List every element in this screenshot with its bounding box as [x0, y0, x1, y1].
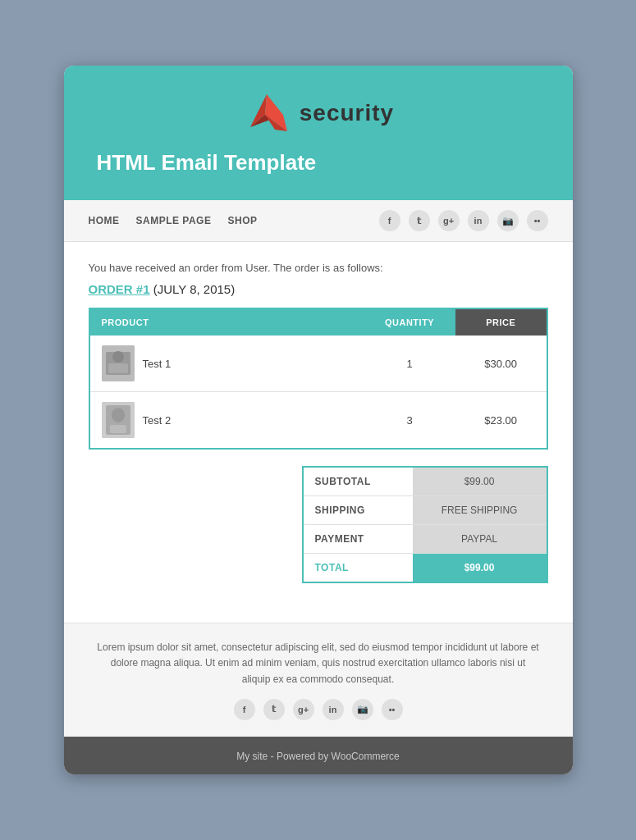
totals-section: SUBTOTAL $99.00 SHIPPING FREE SHIPPING P… [89, 466, 548, 583]
email-container: security HTML Email Template HOME SAMPLE… [64, 66, 573, 774]
logo-area: security [97, 90, 540, 135]
nav-bar: HOME SAMPLE PAGE SHOP f 𝕥 g+ in 📷 •• [64, 200, 573, 242]
footer-instagram-icon[interactable]: 📷 [352, 699, 373, 720]
email-content: You have received an order from User. Th… [64, 242, 573, 623]
footer-linkedin-icon[interactable]: in [323, 699, 344, 720]
subtotal-value: $99.00 [413, 467, 547, 496]
nav-twitter-icon[interactable]: 𝕥 [409, 210, 430, 231]
totals-row-payment: PAYMENT PAYPAL [303, 525, 547, 554]
shipping-value: FREE SHIPPING [413, 496, 547, 525]
total-label: TOTAL [303, 554, 413, 583]
footer-social-icons: f 𝕥 g+ in 📷 •• [97, 699, 540, 720]
svg-point-7 [112, 351, 124, 363]
svg-rect-8 [108, 363, 128, 373]
footer-lorem: Lorem ipsum dolor sit amet, consectetur … [97, 640, 540, 687]
order-link[interactable]: ORDER #1 [89, 282, 150, 296]
product-1-thumb [102, 345, 135, 381]
order-title: ORDER #1 (JULY 8, 2015) [89, 282, 548, 296]
totals-row-subtotal: SUBTOTAL $99.00 [303, 467, 547, 496]
order-date: (JULY 8, 2015) [150, 282, 236, 296]
payment-value: PAYPAL [413, 525, 547, 554]
nav-googleplus-icon[interactable]: g+ [438, 210, 460, 231]
th-product: PRODUCT [89, 308, 364, 336]
bottom-bar-text: My site - Powered by WooCommerce [236, 751, 400, 762]
footer-section: Lorem ipsum dolor sit amet, consectetur … [64, 623, 573, 737]
products-table: PRODUCT QUANTITY PRICE [89, 308, 548, 450]
nav-social-icons: f 𝕥 g+ in 📷 •• [379, 210, 548, 231]
payment-label: PAYMENT [303, 525, 413, 554]
totals-row-shipping: SHIPPING FREE SHIPPING [303, 496, 547, 525]
nav-flickr-icon[interactable]: •• [527, 210, 548, 231]
svg-rect-12 [110, 425, 126, 433]
email-header: security HTML Email Template [64, 66, 573, 200]
footer-twitter-icon[interactable]: 𝕥 [263, 699, 285, 720]
total-value: $99.00 [413, 554, 547, 583]
logo-text: security [300, 100, 394, 126]
product-2-name: Test 2 [143, 414, 172, 427]
product-1-cell: Test 1 [102, 345, 353, 381]
product-2-cell: Test 2 [102, 402, 353, 438]
footer-facebook-icon[interactable]: f [234, 699, 255, 720]
nav-links: HOME SAMPLE PAGE SHOP [89, 215, 258, 226]
product-2-thumb [102, 402, 135, 438]
product-1-name: Test 1 [143, 358, 172, 370]
product-1-price: $30.00 [455, 336, 547, 392]
totals-row-total: TOTAL $99.00 [303, 554, 547, 583]
nav-linkedin-icon[interactable]: in [468, 210, 489, 231]
product-2-price: $23.00 [455, 392, 547, 450]
svg-point-11 [112, 408, 125, 422]
product-1-qty: 1 [364, 336, 455, 392]
svg-marker-1 [265, 94, 283, 115]
nav-facebook-icon[interactable]: f [379, 210, 400, 231]
order-intro: You have received an order from User. Th… [89, 262, 548, 274]
product-row-1: Test 1 1 $30.00 [89, 336, 547, 392]
logo-icon [242, 90, 291, 135]
bottom-bar: My site - Powered by WooCommerce [64, 737, 573, 774]
footer-flickr-icon[interactable]: •• [382, 699, 403, 720]
nav-shop[interactable]: SHOP [227, 215, 257, 226]
shipping-label: SHIPPING [303, 496, 413, 525]
th-price: PRICE [455, 308, 547, 336]
header-title: HTML Email Template [97, 150, 540, 176]
nav-instagram-icon[interactable]: 📷 [497, 210, 519, 231]
subtotal-label: SUBTOTAL [303, 467, 413, 496]
nav-home[interactable]: HOME [89, 215, 120, 226]
th-quantity: QUANTITY [364, 308, 455, 336]
nav-sample[interactable]: SAMPLE PAGE [136, 215, 212, 226]
totals-table: SUBTOTAL $99.00 SHIPPING FREE SHIPPING P… [302, 466, 548, 583]
product-2-qty: 3 [364, 392, 455, 450]
product-row-2: Test 2 3 $23.00 [89, 392, 547, 450]
footer-googleplus-icon[interactable]: g+ [293, 699, 314, 720]
